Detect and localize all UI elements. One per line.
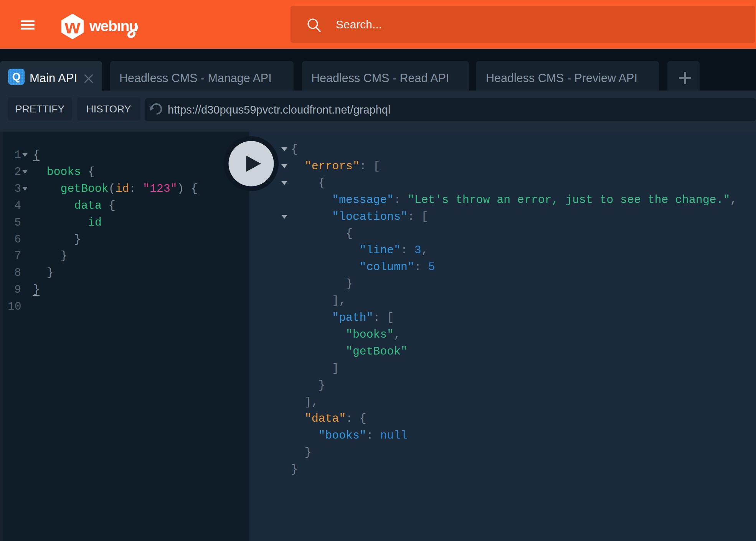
svg-text:w: w (64, 15, 81, 38)
